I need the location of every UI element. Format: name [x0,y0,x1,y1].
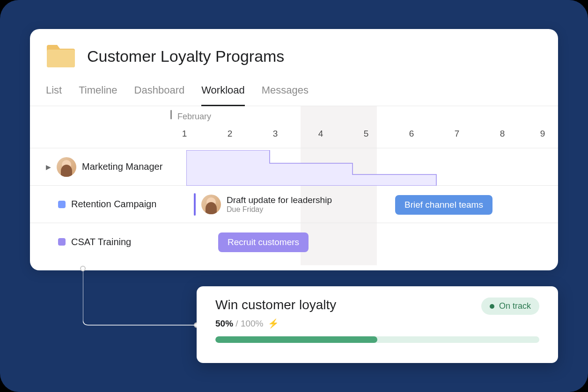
day-numbers: 1 2 3 4 5 6 7 8 9 [30,129,558,148]
row-label: Marketing Manager [82,161,162,172]
goal-progress-fill [215,336,377,343]
avatar [201,195,221,214]
tab-workload[interactable]: Workload [201,78,245,106]
row-retention-campaign[interactable]: Retention Campaign Draft update for lead… [30,186,558,223]
task-recruit-customers[interactable]: Recruit customers [218,232,309,252]
day-1: 1 [182,129,187,139]
project-color-chip [58,201,66,208]
task-pill-label: Recruit customers [228,237,299,247]
day-6: 6 [409,129,414,139]
month-label: February [177,112,211,122]
connector-line [83,268,200,329]
goal-current: 50% [215,319,233,328]
day-3: 3 [273,129,278,139]
status-dot-icon [490,304,494,309]
goal-progress-bar [215,336,539,343]
task-brief-channel-teams[interactable]: Brief channel teams [395,195,492,215]
goal-progress-text: 50% / 100% ⚡ [215,318,539,329]
task-title: Draft update for leadership [227,195,332,205]
workload-chart [186,150,448,186]
day-8: 8 [500,129,505,139]
project-color-chip [58,238,66,246]
month-tick [170,110,172,119]
avatar [57,157,76,177]
tab-timeline[interactable]: Timeline [79,78,117,106]
tab-messages[interactable]: Messages [262,78,309,106]
task-due: Due Friday [227,205,332,214]
task-pill-label: Brief channel teams [404,200,483,210]
tabs: List Timeline Dashboard Workload Message… [30,78,558,106]
day-5: 5 [364,129,369,139]
day-7: 7 [455,129,460,139]
day-9: 9 [540,129,545,139]
page-title: Customer Loyalty Programs [87,47,284,65]
status-badge: On track [481,298,539,315]
row-label: CSAT Training [71,237,131,247]
tab-dashboard[interactable]: Dashboard [134,78,185,106]
expand-caret-icon[interactable]: ▶ [46,163,51,171]
row-marketing-manager[interactable]: ▶ Marketing Manager [30,148,558,186]
day-2: 2 [228,129,233,139]
timeline-header: February 1 2 3 4 5 6 7 8 9 [30,106,558,148]
task-draft-update[interactable]: Draft update for leadership Due Friday [194,193,332,216]
row-label: Retention Campaign [71,199,156,210]
status-label: On track [499,301,531,311]
bolt-icon: ⚡ [268,319,279,328]
goal-card[interactable]: Win customer loyalty 50% / 100% ⚡ On tra… [197,286,558,363]
tab-list[interactable]: List [46,78,62,106]
folder-icon [46,44,76,68]
goal-target: 100% [241,319,264,328]
connector-dot-start [80,266,86,271]
panel-header: Customer Loyalty Programs [30,29,558,78]
row-csat-training[interactable]: CSAT Training Recruit customers [30,223,558,261]
workload-panel: Customer Loyalty Programs List Timeline … [30,29,558,270]
day-4: 4 [318,129,323,139]
